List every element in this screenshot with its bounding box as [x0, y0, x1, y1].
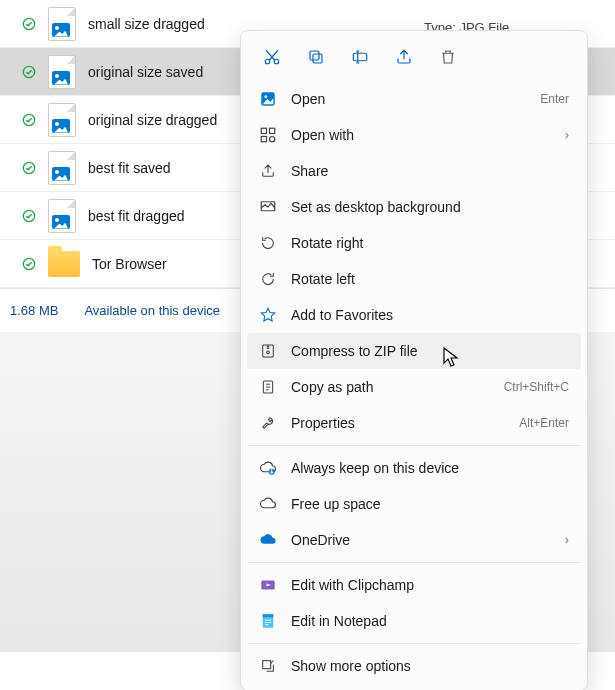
svg-rect-15 — [261, 137, 266, 142]
status-size: 1.68 MB — [10, 303, 58, 318]
ctx-label: Edit in Notepad — [291, 613, 569, 629]
more-icon — [259, 657, 277, 675]
ctx-label: Copy as path — [291, 379, 490, 395]
sync-check-icon — [22, 113, 36, 127]
ctx-label: Compress to ZIP file — [291, 343, 569, 359]
ctx-label: Open with — [291, 127, 551, 143]
rotate-left-icon — [259, 270, 277, 288]
zip-icon — [259, 342, 277, 360]
ctx-rotate-right[interactable]: Rotate right — [247, 225, 581, 261]
copy-path-icon — [259, 378, 277, 396]
properties-icon — [259, 414, 277, 432]
image-file-icon — [48, 55, 76, 89]
svg-rect-14 — [270, 128, 275, 133]
image-file-icon — [48, 199, 76, 233]
copy-icon[interactable] — [301, 43, 331, 71]
ctx-free-space[interactable]: Free up space — [247, 486, 581, 522]
sync-check-icon — [22, 17, 36, 31]
svg-rect-10 — [353, 53, 367, 61]
context-menu: Open Enter Open with › Share Set as desk… — [240, 30, 588, 690]
ctx-share[interactable]: Share — [247, 153, 581, 189]
ctx-label: Edit with Clipchamp — [291, 577, 569, 593]
cloud-free-icon — [259, 495, 277, 513]
sync-check-icon — [22, 161, 36, 175]
separator — [247, 562, 581, 563]
svg-point-7 — [274, 59, 279, 64]
ctx-more-options[interactable]: Show more options — [247, 648, 581, 684]
chevron-right-icon: › — [565, 128, 569, 142]
ctx-label: Always keep on this device — [291, 460, 569, 476]
open-icon — [259, 90, 277, 108]
ctx-copy-path[interactable]: Copy as path Ctrl+Shift+C — [247, 369, 581, 405]
onedrive-icon — [259, 531, 277, 549]
ctx-shortcut: Alt+Enter — [519, 416, 569, 430]
ctx-label: Free up space — [291, 496, 569, 512]
svg-rect-9 — [310, 51, 319, 60]
svg-point-6 — [265, 59, 270, 64]
ctx-label: Open — [291, 91, 526, 107]
ctx-open[interactable]: Open Enter — [247, 81, 581, 117]
svg-point-16 — [270, 137, 275, 142]
clipchamp-icon — [259, 576, 277, 594]
image-file-icon — [48, 151, 76, 185]
delete-icon[interactable] — [433, 43, 463, 71]
ctx-label: Properties — [291, 415, 505, 431]
context-menu-quick-actions — [247, 37, 581, 81]
ctx-clipchamp[interactable]: Edit with Clipchamp — [247, 567, 581, 603]
ctx-open-with[interactable]: Open with › — [247, 117, 581, 153]
image-file-icon — [48, 103, 76, 137]
ctx-always-keep[interactable]: Always keep on this device — [247, 450, 581, 486]
cut-icon[interactable] — [257, 43, 287, 71]
separator — [247, 643, 581, 644]
ctx-compress-zip[interactable]: Compress to ZIP file — [247, 333, 581, 369]
ctx-onedrive[interactable]: OneDrive › — [247, 522, 581, 558]
ctx-shortcut: Ctrl+Shift+C — [504, 380, 569, 394]
cloud-keep-icon — [259, 459, 277, 477]
status-availability: Available on this device — [84, 303, 220, 318]
ctx-label: OneDrive — [291, 532, 551, 548]
share-icon — [259, 162, 277, 180]
ctx-notepad[interactable]: Edit in Notepad — [247, 603, 581, 639]
chevron-right-icon: › — [565, 533, 569, 547]
ctx-label: Share — [291, 163, 569, 179]
ctx-shortcut: Enter — [540, 92, 569, 106]
ctx-label: Rotate right — [291, 235, 569, 251]
svg-rect-13 — [261, 128, 266, 133]
ctx-label: Add to Favorites — [291, 307, 569, 323]
open-with-icon — [259, 126, 277, 144]
rotate-right-icon — [259, 234, 277, 252]
rename-icon[interactable] — [345, 43, 375, 71]
sync-check-icon — [22, 65, 36, 79]
notepad-icon — [259, 612, 277, 630]
ctx-label: Show more options — [291, 658, 569, 674]
svg-rect-24 — [263, 661, 271, 669]
sync-check-icon — [22, 257, 36, 271]
separator — [247, 445, 581, 446]
svg-point-12 — [264, 95, 267, 98]
ctx-properties[interactable]: Properties Alt+Enter — [247, 405, 581, 441]
ctx-favorites[interactable]: Add to Favorites — [247, 297, 581, 333]
share-icon[interactable] — [389, 43, 419, 71]
ctx-label: Rotate left — [291, 271, 569, 287]
folder-icon — [48, 251, 80, 277]
svg-rect-8 — [313, 54, 322, 63]
ctx-label: Set as desktop background — [291, 199, 569, 215]
desktop-bg-icon — [259, 198, 277, 216]
image-file-icon — [48, 7, 76, 41]
ctx-desktop-bg[interactable]: Set as desktop background — [247, 189, 581, 225]
ctx-rotate-left[interactable]: Rotate left — [247, 261, 581, 297]
sync-check-icon — [22, 209, 36, 223]
svg-rect-23 — [263, 614, 274, 617]
star-icon — [259, 306, 277, 324]
